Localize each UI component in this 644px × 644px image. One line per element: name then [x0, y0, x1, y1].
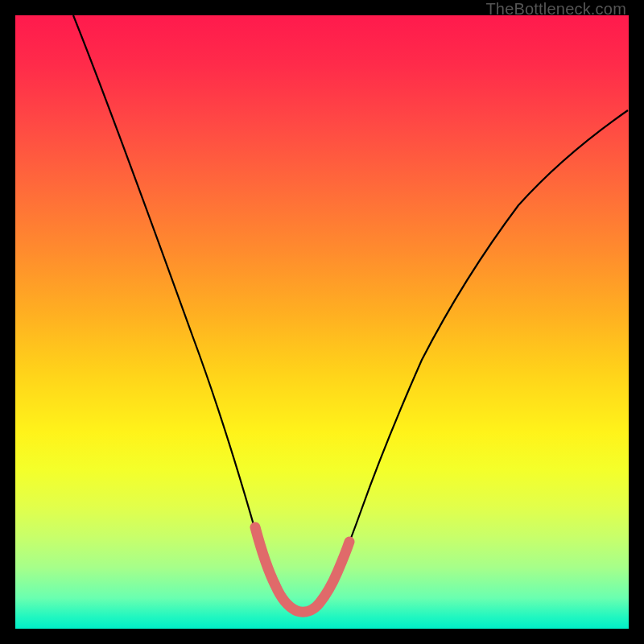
watermark-text: TheBottleneck.com	[485, 0, 626, 19]
chart-frame: TheBottleneck.com	[0, 0, 644, 644]
chart-main-curve	[73, 15, 628, 613]
chart-highlight-curve	[255, 527, 349, 612]
chart-svg	[15, 15, 629, 629]
chart-plot-area	[15, 15, 629, 629]
